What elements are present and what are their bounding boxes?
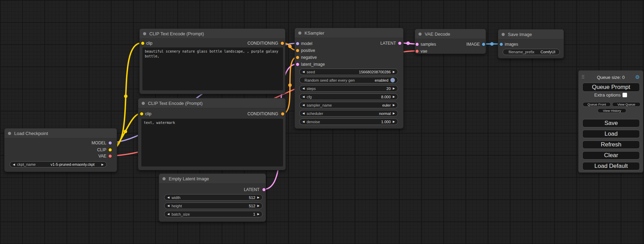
node-save-image-header[interactable]: Save Image bbox=[498, 29, 564, 39]
decrement-arrow-icon[interactable]: ◀ bbox=[302, 95, 305, 98]
decrement-arrow-icon[interactable]: ◀ bbox=[302, 70, 305, 73]
extra-options-checkbox[interactable] bbox=[623, 93, 627, 97]
save-button[interactable]: Save bbox=[582, 119, 640, 127]
widget-value: 1.000 bbox=[381, 120, 391, 124]
node-clip-text-encode-positive[interactable]: CLIP Text Encode (Prompt) clip CONDITION… bbox=[139, 28, 285, 94]
output-dot-latent[interactable] bbox=[398, 42, 402, 45]
refresh-button[interactable]: Refresh bbox=[582, 141, 640, 149]
node-clip-encode-positive-header[interactable]: CLIP Text Encode (Prompt) bbox=[140, 29, 285, 39]
height-widget[interactable]: ◀ height 512 ▶ bbox=[164, 202, 263, 209]
input-dot-model[interactable] bbox=[296, 42, 299, 45]
link-dot-clip-2 bbox=[124, 130, 127, 133]
increment-arrow-icon[interactable]: ▶ bbox=[393, 70, 395, 73]
node-empty-latent-image[interactable]: Empty Latent Image LATENT ◀ width 512 ▶ … bbox=[159, 173, 266, 222]
scheduler-widget[interactable]: ◀ scheduler normal ▶ bbox=[299, 110, 398, 117]
increment-arrow-icon[interactable]: ▶ bbox=[393, 95, 395, 98]
ckpt-name-widget[interactable]: ◀ ckpt_name v1-5-pruned-emaonly.ckpt ▶ bbox=[10, 161, 107, 168]
output-dot-vae[interactable] bbox=[109, 155, 112, 158]
node-load-checkpoint-header[interactable]: Load Checkpoint bbox=[5, 128, 117, 138]
node-status-dot bbox=[162, 177, 166, 180]
increment-arrow-icon[interactable]: ▶ bbox=[257, 213, 259, 216]
output-dot-clip[interactable] bbox=[109, 148, 112, 152]
widget-label: height bbox=[171, 204, 182, 208]
link-dot-conditioning-1 bbox=[288, 45, 292, 48]
decrement-arrow-icon[interactable]: ◀ bbox=[302, 103, 305, 107]
batch-size-widget[interactable]: ◀ batch_size 1 ▶ bbox=[164, 211, 263, 217]
filename-prefix-widget[interactable]: filename_prefix ComfyUI bbox=[503, 49, 560, 55]
decrement-arrow-icon[interactable]: ◀ bbox=[302, 87, 305, 90]
input-dot-latent-image[interactable] bbox=[296, 63, 299, 66]
increment-arrow-icon[interactable]: ▶ bbox=[257, 196, 259, 199]
seed-widget[interactable]: ◀ seed 156680208700286 ▶ bbox=[299, 69, 398, 75]
input-dot-positive[interactable] bbox=[296, 49, 299, 52]
output-label-model: MODEL bbox=[91, 141, 106, 145]
node-ksampler-header[interactable]: KSampler bbox=[295, 28, 403, 38]
denoise-widget[interactable]: ◀ denoise 1.000 ▶ bbox=[299, 118, 398, 125]
clear-button[interactable]: Clear bbox=[582, 151, 640, 160]
gear-icon[interactable]: ⚙ bbox=[635, 74, 640, 80]
input-label-samples: samples bbox=[421, 42, 436, 47]
widget-value: 20 bbox=[387, 87, 391, 91]
input-label-images: images bbox=[505, 42, 518, 47]
toggle-on-icon[interactable] bbox=[390, 78, 395, 82]
input-dot-negative[interactable] bbox=[296, 56, 299, 59]
node-vae-decode[interactable]: VAE Decode samples vae IMAGE bbox=[415, 29, 486, 54]
increment-arrow-icon[interactable]: ▶ bbox=[257, 204, 259, 207]
decrement-arrow-icon[interactable]: ◀ bbox=[167, 213, 169, 216]
node-save-image[interactable]: Save Image images filename_prefix ComfyU… bbox=[498, 29, 564, 58]
output-dot-conditioning[interactable] bbox=[281, 112, 284, 116]
decrement-arrow-icon[interactable]: ◀ bbox=[302, 112, 305, 115]
link-dot-conditioning-2 bbox=[288, 83, 292, 87]
output-label-conditioning: CONDITIONING bbox=[247, 111, 278, 116]
decrement-arrow-icon[interactable]: ◀ bbox=[302, 120, 305, 123]
load-default-button[interactable]: Load Default bbox=[582, 162, 640, 170]
prompt-textarea-positive[interactable]: beautiful scenery nature glass bottle la… bbox=[142, 47, 283, 90]
output-dot-model[interactable] bbox=[109, 142, 112, 145]
node-clip-encode-negative-header[interactable]: CLIP Text Encode (Prompt) bbox=[138, 98, 285, 108]
steps-widget[interactable]: ◀ steps 20 ▶ bbox=[299, 85, 398, 92]
node-load-checkpoint[interactable]: Load Checkpoint MODEL CLIP VAE ◀ ckpt_na… bbox=[4, 128, 117, 172]
increment-arrow-icon[interactable]: ▶ bbox=[393, 120, 395, 123]
widget-value: euler bbox=[382, 103, 390, 107]
increment-arrow-icon[interactable]: ▶ bbox=[102, 163, 104, 166]
increment-arrow-icon[interactable]: ▶ bbox=[393, 87, 395, 90]
widget-label: steps bbox=[307, 87, 316, 91]
decrement-arrow-icon[interactable]: ◀ bbox=[167, 204, 169, 207]
widget-value: 156680208700286 bbox=[359, 70, 391, 74]
input-dot-clip[interactable] bbox=[140, 112, 143, 116]
input-label-clip: clip bbox=[145, 111, 151, 116]
prompt-textarea-negative[interactable]: text, watermark bbox=[141, 119, 283, 166]
input-label-vae: vae bbox=[421, 49, 427, 54]
input-dot-vae[interactable] bbox=[416, 50, 419, 53]
input-dot-clip[interactable] bbox=[141, 42, 144, 45]
widget-value: 8.000 bbox=[381, 95, 391, 99]
node-graph-canvas[interactable]: Load Checkpoint MODEL CLIP VAE ◀ ckpt_na… bbox=[0, 0, 644, 244]
node-ksampler[interactable]: KSampler model positive negative latent_… bbox=[294, 28, 404, 129]
link-dot-latent bbox=[406, 42, 410, 45]
output-dot-image[interactable] bbox=[482, 43, 485, 46]
queue-front-button[interactable]: Queue Front bbox=[583, 102, 611, 107]
node-title: Empty Latent Image bbox=[169, 176, 209, 181]
sampler-name-widget[interactable]: ◀ sampler_name euler ▶ bbox=[299, 102, 398, 108]
width-widget[interactable]: ◀ width 512 ▶ bbox=[164, 194, 263, 201]
node-vae-decode-header[interactable]: VAE Decode bbox=[415, 29, 486, 39]
decrement-arrow-icon[interactable]: ◀ bbox=[13, 163, 15, 166]
random-seed-toggle-widget[interactable]: Random seed after every gen enabled bbox=[299, 77, 398, 83]
output-dot-conditioning[interactable] bbox=[281, 42, 284, 45]
load-button[interactable]: Load bbox=[582, 130, 640, 138]
link-dot-image bbox=[490, 42, 494, 46]
increment-arrow-icon[interactable]: ▶ bbox=[393, 103, 395, 107]
queue-prompt-button[interactable]: Queue Prompt bbox=[582, 83, 640, 92]
view-history-button[interactable]: View History bbox=[598, 108, 626, 113]
increment-arrow-icon[interactable]: ▶ bbox=[393, 112, 395, 115]
decrement-arrow-icon[interactable]: ◀ bbox=[167, 196, 169, 199]
node-clip-text-encode-negative[interactable]: CLIP Text Encode (Prompt) clip CONDITION… bbox=[138, 98, 286, 170]
widget-value: 1 bbox=[253, 212, 255, 216]
input-dot-images[interactable] bbox=[500, 43, 503, 46]
input-dot-samples[interactable] bbox=[416, 43, 419, 46]
input-label-positive: positive bbox=[301, 48, 315, 53]
output-dot-latent[interactable] bbox=[263, 188, 266, 191]
view-queue-button[interactable]: View Queue bbox=[612, 102, 641, 107]
node-empty-latent-header[interactable]: Empty Latent Image bbox=[159, 174, 266, 184]
cfg-widget[interactable]: ◀ cfg 8.000 ▶ bbox=[299, 93, 398, 100]
